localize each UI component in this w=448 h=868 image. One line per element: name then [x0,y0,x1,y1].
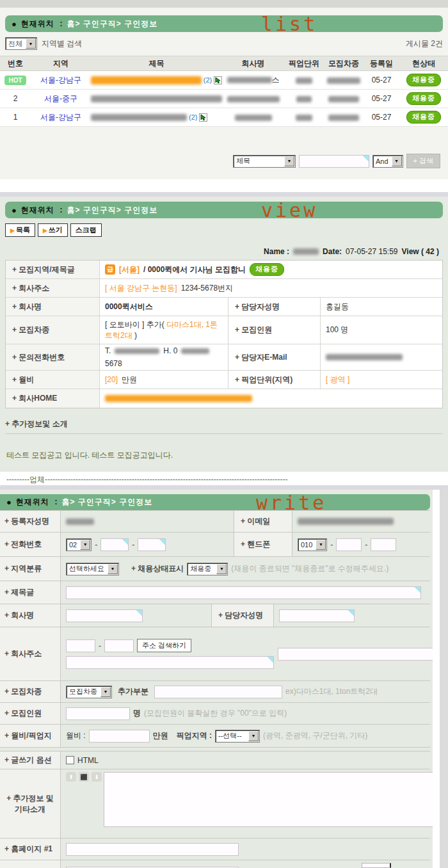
manager-name-input[interactable] [279,609,355,622]
field-label: + 회사주소 [0,627,61,680]
col-no: 번호 [0,58,31,69]
comment-count: (2) [204,76,212,84]
comment-count: (2) [189,113,197,121]
mobile-mid-input[interactable] [336,538,362,551]
write-button[interactable]: ▶쓰기 [38,223,68,237]
region-category-select[interactable]: 선택하세요▼ [66,563,119,575]
top-strip [0,0,448,8]
row-title-link[interactable]: (2) [91,113,222,122]
bullet-icon: ● [12,19,17,29]
field-label: + 모집인원 [228,316,321,344]
row-region-link[interactable]: 서울-강남구 [31,75,91,86]
breadcrumb[interactable]: 홈> 구인구직> 구인정보 [62,497,153,508]
phone-last-input[interactable] [138,538,166,551]
breadcrumb[interactable]: 홈> 구인구직> 구인정보 [67,19,158,29]
blurred-company [227,96,280,102]
field-label: + 담당자성명 [211,604,274,627]
blurred-phone [181,348,209,354]
right-band [440,490,448,868]
list-header-row: 번호 지역 제목 회사명 픽업단위 모집차종 등록일 현상태 [0,56,448,71]
field-label: + 모집차종 [0,681,61,702]
region-filter-select[interactable]: 전체▼ [5,37,37,50]
scroll-down-icon[interactable]: ⬇ [92,772,102,782]
fee-input[interactable] [89,730,150,743]
list-section: ● 현재위치 : 홈> 구인구직> 구인정보 list 전체▼ 지역별 검색 게… [0,8,448,179]
breadcrumb[interactable]: 홈> 구인구직> 구인정보 [67,205,158,216]
zipcode2-input[interactable] [104,639,134,652]
blurred-phone [115,348,159,354]
view-overlay-label: view [261,199,317,221]
stop-icon[interactable]: ⬛ [79,772,89,782]
post-title: / 0000퀵에서 기사님 모집합니 [143,264,246,275]
table-row: HOT 서울-강남구 (2) 스 05-27 채용중 [0,71,448,90]
blurred-title [91,76,202,84]
info-section-header: + 추가정보및 소개 [5,419,443,434]
headcount-unit: 명 [133,708,141,719]
title-input[interactable] [66,586,421,599]
fee-prefix: 월비 : [66,730,86,741]
html-checkbox[interactable] [66,756,74,764]
field-label: + 담당자성명 [228,298,321,316]
homepage1-input[interactable] [66,843,239,856]
description-textarea[interactable] [104,772,443,827]
row-title-link[interactable]: (2) [91,76,222,84]
field-label: + 추가정보 및기타소개 [0,769,61,838]
region-tag: [서울] [119,264,140,275]
post-meta: Name : Date: 07-05-27 15:59 View ( 42 ) [9,247,439,256]
blurred-vehicle [328,115,359,121]
chevron-down-icon: ▼ [316,540,326,550]
row-title-link[interactable] [91,95,222,102]
address-search-button[interactable]: 주소 검색하기 [137,639,191,652]
phone-prefix-select[interactable]: 02▼ [66,538,92,551]
view-count: View ( 42 ) [402,247,439,256]
field-label: + 회사HOME [6,389,100,408]
chevron-down-icon: ▼ [392,156,402,166]
field-label: + 지역분류 [0,557,61,581]
status-hint: (채용이 종료되면 "채용종료"로 수정해주세요.) [231,563,388,574]
headcount-input[interactable] [66,707,130,720]
search-button[interactable]: + 검색 [406,154,440,168]
scroll-up-icon[interactable]: ⬆ [66,772,76,782]
blurred-company [227,77,272,83]
row-region-link[interactable]: 서울-중구 [31,93,91,104]
hiring-status-select[interactable]: 채용중▼ [187,563,228,575]
field-label: + 글쓰기 옵션 [0,751,61,769]
col-region: 지역 [31,58,91,69]
pickup-area: [ 광역 ] [321,371,442,389]
address2-input[interactable] [278,648,448,661]
mobile-prefix-select[interactable]: 010▼ [298,538,327,551]
table-row: 2 서울-중구 05-27 채용중 [0,90,448,108]
search-field-select[interactable]: 제목▼ [233,155,296,168]
mobile-last-input[interactable] [371,538,396,551]
vehicle-add-input[interactable] [154,686,282,698]
scrap-button[interactable]: 스크랩 [70,223,102,237]
address1-input[interactable] [66,656,274,669]
clipped-input-fragment [362,863,391,868]
col-pickup: 픽업단위 [284,58,324,69]
field-label: + 핸드폰 [234,533,292,556]
table-row: 1 서울-강남구 (2) 05-27 채용중 [0,108,448,127]
search-operator-select[interactable]: And▼ [372,155,403,168]
field-label: + 회사명 [0,604,61,627]
blurred-company [235,115,272,121]
headcount: 100 명 [321,316,442,344]
blurred-homepage-link[interactable] [105,395,252,402]
company-name-input[interactable] [66,609,143,622]
col-vehicle: 모집차종 [324,58,364,69]
row-region-link[interactable]: 서울-강남구 [31,112,91,123]
list-button[interactable]: ▶목록 [5,223,35,237]
zipcode1-input[interactable] [66,639,95,652]
field-label: + 모집지역/제목글 [6,261,100,278]
list-breadcrumb-bar: ● 현재위치 : 홈> 구인구직> 구인정보 list [5,15,443,32]
blurred-writer-name [66,518,94,525]
chevron-down-icon: ▼ [26,38,36,49]
search-input[interactable] [299,155,369,168]
section-divider [0,485,448,490]
write-breadcrumb-bar: ● 현재위치 : 홈> 구인구직> 구인정보 write [0,494,430,510]
phone-mid-input[interactable] [100,538,129,551]
vehicle-type-select[interactable]: 모집차종▼ [66,686,112,698]
chevron-down-icon: ▼ [248,731,259,741]
pickup-region-select[interactable]: --선택--▼ [215,730,260,743]
row-date: 05-27 [364,76,399,84]
fee-unit: 만원 [122,374,137,385]
